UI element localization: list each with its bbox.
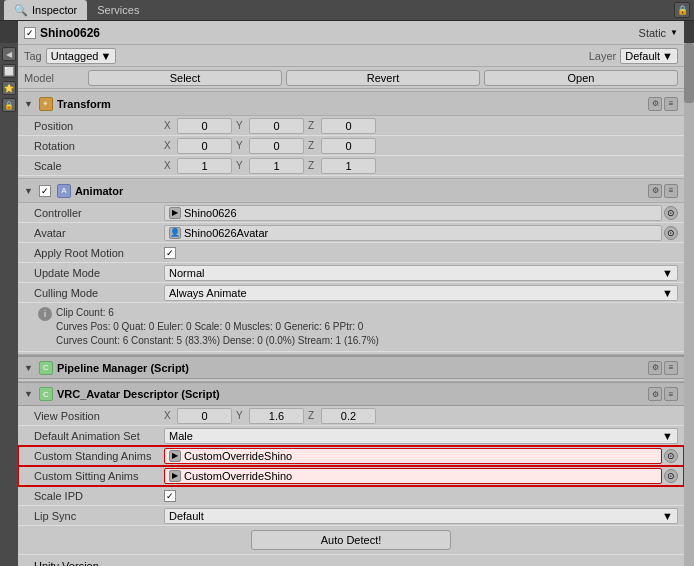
model-row: Model Select Revert Open: [18, 67, 684, 89]
avatar-asset-icon: 👤: [169, 227, 181, 239]
culling-mode-row: Culling Mode Always Animate ▼: [18, 283, 684, 303]
rotation-z-input[interactable]: [321, 138, 376, 154]
scrollbar-thumb[interactable]: [684, 43, 694, 103]
scale-row: Scale X Y Z: [18, 156, 684, 176]
vrc-extra-icon[interactable]: ≡: [664, 387, 678, 401]
transform-extra-icon[interactable]: ≡: [664, 97, 678, 111]
rotation-x-input[interactable]: [177, 138, 232, 154]
object-enabled-checkbox[interactable]: ✓: [24, 27, 36, 39]
vrc-header: ▼ C VRC_Avatar Descriptor (Script) ⚙ ≡: [18, 382, 684, 406]
tab-services[interactable]: Services: [87, 0, 149, 20]
pipeline-title: Pipeline Manager (Script): [57, 362, 644, 374]
custom-standing-asset-icon: ▶: [169, 450, 181, 462]
sidebar-btn-3[interactable]: ⭐: [2, 81, 16, 95]
transform-section: ▼ ⌖ Transform ⚙ ≡ Position X: [18, 91, 684, 176]
tab-inspector[interactable]: 🔍 Inspector: [4, 0, 87, 20]
animator-settings-icon[interactable]: ⚙: [648, 184, 662, 198]
vrc-title: VRC_Avatar Descriptor (Script): [57, 388, 644, 400]
custom-sitting-asset-icon: ▶: [169, 470, 181, 482]
custom-sitting-label: Custom Sitting Anims: [34, 470, 164, 482]
custom-sitting-circle-btn[interactable]: ⊙: [664, 469, 678, 483]
position-y-input[interactable]: [249, 118, 304, 134]
controller-circle-btn[interactable]: ⊙: [664, 206, 678, 220]
controller-value-box: ▶ Shino0626: [164, 205, 662, 221]
apply-root-row: Apply Root Motion ✓: [18, 243, 684, 263]
custom-standing-value-box: ▶ CustomOverrideShino: [164, 448, 662, 464]
tag-dropdown[interactable]: Untagged ▼: [46, 48, 117, 64]
apply-root-checkbox[interactable]: ✓: [164, 247, 176, 259]
model-label: Model: [24, 72, 84, 84]
avatar-label: Avatar: [34, 227, 164, 239]
view-position-row: View Position X Y Z: [18, 406, 684, 426]
transform-collapse[interactable]: ▼: [24, 99, 33, 109]
vrc-icon: C: [39, 387, 53, 401]
tag-label: Tag: [24, 50, 42, 62]
layer-dropdown[interactable]: Default ▼: [620, 48, 678, 64]
static-label: Static: [639, 27, 667, 39]
view-pos-y-input[interactable]: [249, 408, 304, 424]
position-label: Position: [34, 120, 164, 132]
default-anim-row: Default Animation Set Male ▼: [18, 426, 684, 446]
static-dropdown[interactable]: ▼: [670, 28, 678, 37]
auto-detect-button[interactable]: Auto Detect!: [251, 530, 451, 550]
sidebar-btn-4[interactable]: 🔒: [2, 98, 16, 112]
pipeline-collapse[interactable]: ▼: [24, 363, 33, 373]
animator-header: ▼ ✓ A Animator ⚙ ≡: [18, 179, 684, 203]
lip-sync-dropdown[interactable]: Default ▼: [164, 508, 678, 524]
custom-standing-label: Custom Standing Anims: [34, 450, 164, 462]
culling-mode-dropdown[interactable]: Always Animate ▼: [164, 285, 678, 301]
scale-z-input[interactable]: [321, 158, 376, 174]
sidebar-btn-1[interactable]: ◀: [2, 47, 16, 61]
transform-header: ▼ ⌖ Transform ⚙ ≡: [18, 92, 684, 116]
rotation-y-input[interactable]: [249, 138, 304, 154]
custom-sitting-value-box: ▶ CustomOverrideShino: [164, 468, 662, 484]
open-button[interactable]: Open: [484, 70, 678, 86]
custom-standing-circle-btn[interactable]: ⊙: [664, 449, 678, 463]
scale-ipd-checkbox[interactable]: ✓: [164, 490, 176, 502]
pipeline-section: ▼ C Pipeline Manager (Script) ⚙ ≡: [18, 354, 684, 379]
animator-icon: A: [57, 184, 71, 198]
scale-ipd-row: Scale IPD ✓: [18, 486, 684, 506]
select-button[interactable]: Select: [88, 70, 282, 86]
clip-info-box: i Clip Count: 6 Curves Pos: 0 Quat: 0 Eu…: [18, 303, 684, 352]
animator-enabled[interactable]: ✓: [39, 185, 51, 197]
update-mode-row: Update Mode Normal ▼: [18, 263, 684, 283]
animator-title: Animator: [75, 185, 644, 197]
view-pos-x-input[interactable]: [177, 408, 232, 424]
scrollbar[interactable]: [684, 43, 694, 566]
lip-sync-row: Lip Sync Default ▼: [18, 506, 684, 526]
scale-y-input[interactable]: [249, 158, 304, 174]
default-anim-dropdown[interactable]: Male ▼: [164, 428, 678, 444]
transform-icon: ⌖: [39, 97, 53, 111]
update-mode-dropdown[interactable]: Normal ▼: [164, 265, 678, 281]
avatar-circle-btn[interactable]: ⊙: [664, 226, 678, 240]
position-row: Position X Y Z: [18, 116, 684, 136]
animator-extra-icon[interactable]: ≡: [664, 184, 678, 198]
inspector-panel: ✓ Shino0626 Static ▼ Tag Untagged ▼ Laye…: [18, 21, 684, 566]
scale-x-input[interactable]: [177, 158, 232, 174]
scale-label: Scale: [34, 160, 164, 172]
pipeline-header: ▼ C Pipeline Manager (Script) ⚙ ≡: [18, 355, 684, 379]
sidebar-btn-2[interactable]: ⬜: [2, 64, 16, 78]
animator-collapse[interactable]: ▼: [24, 186, 33, 196]
controller-row: Controller ▶ Shino0626 ⊙: [18, 203, 684, 223]
pipeline-settings-icon[interactable]: ⚙: [648, 361, 662, 375]
position-x-input[interactable]: [177, 118, 232, 134]
auto-detect-row: Auto Detect!: [18, 526, 684, 555]
position-z-input[interactable]: [321, 118, 376, 134]
pipeline-extra-icon[interactable]: ≡: [664, 361, 678, 375]
rotation-row: Rotation X Y Z: [18, 136, 684, 156]
revert-button[interactable]: Revert: [286, 70, 480, 86]
pipeline-icon: C: [39, 361, 53, 375]
vrc-settings-icon[interactable]: ⚙: [648, 387, 662, 401]
info-icon: i: [38, 307, 52, 321]
animator-section: ▼ ✓ A Animator ⚙ ≡ Controller ▶ Shino062…: [18, 178, 684, 352]
inspector-icon: 🔍: [14, 4, 28, 17]
view-pos-z-input[interactable]: [321, 408, 376, 424]
vrc-section: ▼ C VRC_Avatar Descriptor (Script) ⚙ ≡ V…: [18, 381, 684, 566]
lip-sync-label: Lip Sync: [34, 510, 164, 522]
transform-settings-icon[interactable]: ⚙: [648, 97, 662, 111]
vrc-collapse[interactable]: ▼: [24, 389, 33, 399]
tab-lock-icon[interactable]: 🔒: [674, 2, 690, 18]
controller-label: Controller: [34, 207, 164, 219]
